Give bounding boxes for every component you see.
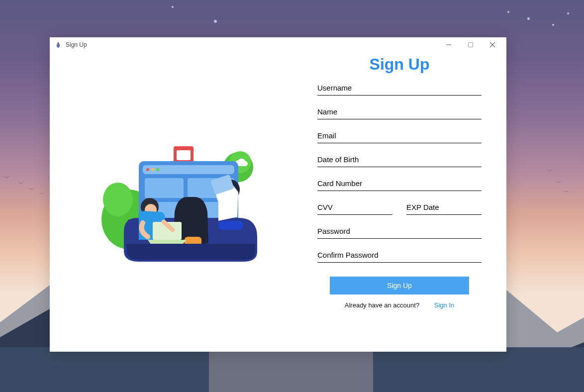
app-icon: [55, 41, 62, 48]
maximize-button[interactable]: [460, 37, 482, 52]
svg-rect-1: [209, 347, 373, 392]
signup-button[interactable]: Sign Up: [330, 277, 469, 294]
username-field[interactable]: [317, 82, 482, 96]
minimize-button[interactable]: [438, 37, 460, 52]
cvv-field[interactable]: [317, 201, 392, 215]
bird-icon: ︶: [4, 173, 10, 182]
svg-rect-3: [469, 43, 473, 47]
lake: [0, 347, 584, 392]
already-have-account-text: Already have an account?: [345, 301, 419, 309]
name-field[interactable]: [317, 105, 482, 119]
signup-form: Sign Up: [307, 52, 506, 352]
svg-rect-25: [218, 221, 243, 230]
password-field[interactable]: [317, 225, 482, 239]
close-button[interactable]: [482, 37, 503, 52]
dob-field[interactable]: [317, 153, 482, 167]
signin-link[interactable]: Sign In: [434, 301, 454, 309]
svg-rect-12: [177, 150, 191, 160]
bird-icon: ︶: [29, 185, 35, 194]
titlebar: Sign Up: [50, 37, 506, 52]
bird-icon: ︶: [18, 179, 24, 188]
svg-point-7: [103, 183, 133, 216]
app-window: Sign Up: [50, 37, 506, 352]
illustration-pane: [50, 52, 307, 352]
bird-icon: ︶: [556, 178, 562, 187]
confirm-password-field[interactable]: [317, 249, 482, 263]
svg-point-17: [156, 168, 159, 171]
bird-icon: ︶: [564, 188, 569, 196]
svg-point-16: [151, 168, 154, 171]
svg-point-15: [146, 168, 149, 171]
form-heading: Sign Up: [317, 55, 482, 74]
window-title: Sign Up: [66, 41, 87, 48]
bird-icon: ︶: [547, 167, 553, 176]
email-field[interactable]: [317, 129, 482, 143]
bird-icon: ︶: [39, 190, 44, 197]
exp-date-field[interactable]: [406, 201, 482, 215]
svg-rect-18: [145, 178, 184, 198]
signup-illustration: [89, 137, 268, 267]
card-number-field[interactable]: [317, 177, 482, 191]
